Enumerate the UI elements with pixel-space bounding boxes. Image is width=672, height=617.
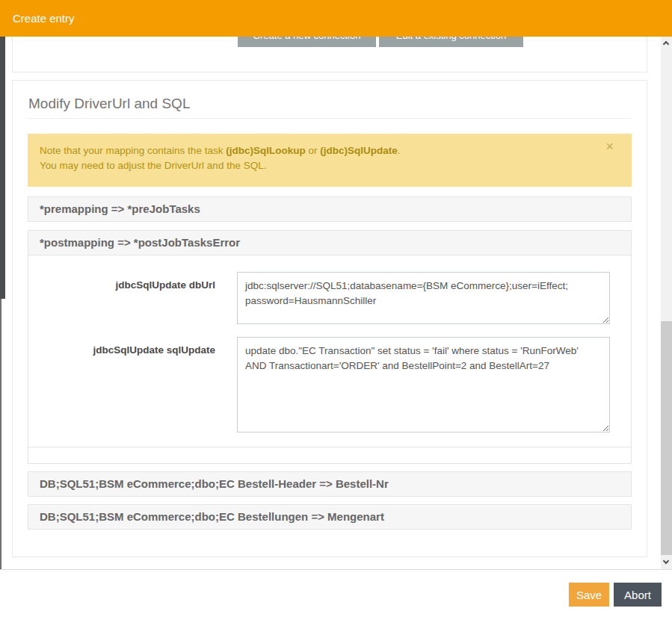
sqlupdate-row: jdbcSqlUpdate sqlUpdate update dbo."EC T… <box>28 337 631 432</box>
postmapping-panel-footer <box>28 447 632 464</box>
create-entry-modal: Create entry Create a new connection Edi… <box>0 0 672 617</box>
alert-line2: You may need to adjust the DriverUrl and… <box>40 158 599 173</box>
accordion-bestell-header[interactable]: DB;SQL51;BSM eCommerce;dbo;EC Bestell-He… <box>28 471 632 497</box>
modal-title: Create entry <box>13 0 75 37</box>
alert-task-sqllookup: (jdbc)SqlLookup <box>226 145 305 156</box>
dburl-textarea[interactable]: jdbc:sqlserver://SQL51;databasename={BSM… <box>237 272 610 324</box>
dburl-row: jdbcSqlUpdate dbUrl jdbc:sqlserver://SQL… <box>28 272 631 324</box>
sqlupdate-label: jdbcSqlUpdate sqlUpdate <box>28 337 215 432</box>
alert-text-or: or <box>306 145 321 156</box>
accordion-bestellungen[interactable]: DB;SQL51;BSM eCommerce;dbo;EC Bestellung… <box>28 504 632 530</box>
scroll-down-button[interactable] <box>661 556 672 569</box>
accordion-postmapping[interactable]: *postmapping => *postJobTasksError <box>28 230 632 255</box>
accordion-premapping[interactable]: *premapping => *preJobTasks <box>28 196 632 222</box>
modal-header: Create entry <box>0 0 672 37</box>
dburl-label: jdbcSqlUpdate dbUrl <box>28 272 215 324</box>
alert-task-sqlupdate: (jdbc)SqlUpdate <box>320 145 398 156</box>
scrollbar-thumb[interactable] <box>661 321 672 555</box>
alert-text: Note that your mapping contains the task <box>40 145 226 156</box>
backdrop-left-strip <box>0 37 5 299</box>
chevron-down-icon <box>663 558 669 564</box>
modify-driverurl-panel: Modify DriverUrl and SQL × Note that you… <box>12 80 647 557</box>
backdrop-left-edge <box>0 299 1 569</box>
scroll-up-button[interactable] <box>661 37 672 49</box>
modal-footer: Save Abort <box>0 569 672 617</box>
modal-body: Create a new connection Edit a existing … <box>0 37 672 569</box>
postmapping-panel-body: jdbcSqlUpdate dbUrl jdbc:sqlserver://SQL… <box>28 255 632 447</box>
alert-line1: Note that your mapping contains the task… <box>40 143 599 158</box>
scrollbar[interactable] <box>661 37 672 569</box>
sqlupdate-textarea[interactable]: update dbo."EC Transaction" set status =… <box>237 337 610 432</box>
warning-alert: × Note that your mapping contains the ta… <box>28 134 632 187</box>
chevron-up-icon <box>663 41 669 47</box>
save-button[interactable]: Save <box>569 583 609 607</box>
close-icon[interactable]: × <box>605 140 614 153</box>
panel-title: Modify DriverUrl and SQL <box>28 81 632 119</box>
abort-button[interactable]: Abort <box>614 583 662 607</box>
alert-text-period: . <box>398 145 401 156</box>
